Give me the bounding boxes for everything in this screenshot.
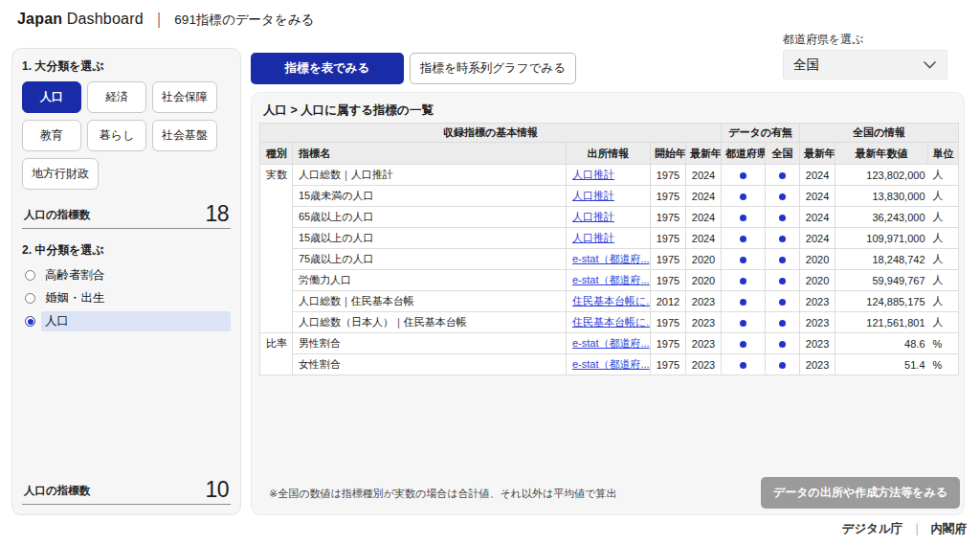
col-header-start-year: 開始年	[651, 143, 686, 165]
category-button-地方行財政[interactable]: 地方行財政	[22, 158, 99, 190]
prefecture-availability-cell	[722, 228, 766, 249]
source-link[interactable]: e-stat（都道府...	[572, 358, 650, 370]
subcategory-label: 婚姻・出生	[41, 288, 231, 308]
latest-value-cell: 121,561,801	[835, 312, 928, 333]
prefecture-selector-label: 都道府県を選ぶ	[783, 32, 864, 48]
brand-name-regular: Dashboard	[67, 11, 144, 27]
national-latest-year-cell: 2023	[800, 312, 835, 333]
credit-separator: ｜	[911, 522, 923, 535]
data-available-dot	[779, 193, 786, 200]
national-availability-cell	[766, 312, 800, 333]
unit-cell: 人	[928, 312, 959, 333]
latest-year-cell: 2023	[686, 312, 722, 333]
source-cell: 人口推計	[567, 228, 651, 249]
table-row: 人口総数（日本人）｜住民基本台帳住民基本台帳に...19752023202312…	[260, 312, 959, 333]
prefecture-availability-cell	[722, 333, 766, 354]
source-cell: 人口推計	[567, 186, 651, 207]
radio-icon	[25, 270, 35, 281]
col-header-national-latest-year: 最新年	[800, 143, 835, 165]
indicator-name-cell: 女性割合	[293, 354, 567, 375]
major-category-buttons: 人口経済社会保障教育暮らし社会基盤地方行財政	[22, 81, 231, 190]
data-available-dot	[779, 320, 786, 327]
footer-credits: デジタル庁 ｜ 内閣府	[842, 521, 967, 537]
category-button-社会基盤[interactable]: 社会基盤	[152, 120, 217, 151]
national-latest-year-cell: 2024	[800, 207, 835, 228]
unit-cell: 人	[928, 228, 959, 249]
tab-timeseries-view[interactable]: 指標を時系列グラフでみる	[410, 53, 576, 84]
latest-value-cell: 51.4	[835, 354, 928, 375]
national-availability-cell	[766, 291, 800, 312]
source-link[interactable]: e-stat（都道府...	[572, 253, 650, 264]
category-button-教育[interactable]: 教育	[22, 120, 81, 151]
unit-cell: 人	[928, 270, 959, 291]
source-link[interactable]: 人口推計	[572, 169, 614, 180]
latest-year-cell: 2020	[686, 249, 722, 270]
source-link[interactable]: 住民基本台帳に...	[572, 316, 651, 328]
data-source-button[interactable]: データの出所や作成方法等をみる	[761, 477, 960, 509]
start-year-cell: 1975	[651, 354, 686, 375]
category-button-暮らし[interactable]: 暮らし	[87, 120, 146, 151]
source-cell: 人口推計	[567, 165, 651, 186]
table-row: 労働力人口e-stat（都道府...19752020202059,949,767…	[260, 270, 959, 291]
count-label: 人口の指標数	[24, 484, 90, 501]
latest-value-cell: 124,885,175	[835, 291, 928, 312]
major-category-section-label: 1. 大分類を選ぶ	[22, 58, 231, 75]
data-available-dot	[740, 172, 746, 179]
data-available-dot	[779, 172, 786, 179]
national-latest-year-cell: 2024	[800, 228, 835, 249]
table-body: 実数人口総数｜人口推計人口推計197520242024123,802,000人1…	[260, 165, 959, 375]
latest-year-cell: 2023	[686, 291, 722, 312]
source-cell: e-stat（都道府...	[567, 333, 651, 354]
prefecture-select[interactable]: 全国	[783, 50, 947, 79]
table-row: 15歳以上の人口人口推計197520242024109,971,000人	[260, 228, 959, 249]
source-link[interactable]: e-stat（都道府...	[572, 337, 650, 349]
data-available-dot	[740, 257, 746, 263]
indicator-table: 収録指標の基本情報 データの有無 全国の情報 種別 指標名 出所情報 開始年 最…	[259, 123, 959, 375]
major-category-count: 人口の指標数 18	[22, 203, 231, 229]
tab-table-view[interactable]: 指標を表でみる	[251, 53, 404, 84]
data-available-dot	[779, 341, 786, 348]
latest-year-cell: 2020	[686, 270, 722, 291]
start-year-cell: 1975	[651, 312, 686, 333]
prefecture-availability-cell	[722, 165, 766, 186]
data-available-dot	[779, 257, 786, 263]
subcategory-radio-人口[interactable]: 人口	[22, 311, 231, 331]
category-button-経済[interactable]: 経済	[87, 81, 146, 113]
subcategory-radio-高齢者割合[interactable]: 高齢者割合	[22, 265, 231, 285]
credit-cabinet-office: 内閣府	[931, 522, 968, 535]
data-available-dot	[740, 362, 746, 369]
source-link[interactable]: 人口推計	[572, 232, 614, 243]
col-header-prefecture: 都道府県	[722, 143, 766, 165]
prefecture-selected-value: 全国	[793, 57, 819, 74]
national-availability-cell	[766, 354, 800, 375]
start-year-cell: 1975	[651, 270, 686, 291]
subcategory-radio-婚姻・出生[interactable]: 婚姻・出生	[22, 288, 231, 308]
indicator-name-cell: 75歳以上の人口	[293, 249, 567, 270]
category-button-社会保障[interactable]: 社会保障	[152, 81, 217, 113]
table-row: 15歳未満の人口人口推計19752024202413,830,000人	[260, 186, 959, 207]
chevron-down-icon	[923, 60, 937, 69]
table-footnote: ※全国の数値は指標種別が実数の場合は合計値、それ以外は平均値で算出	[269, 487, 617, 501]
radio-icon	[25, 293, 35, 304]
latest-year-cell: 2023	[686, 354, 722, 375]
main-panel: 人口 > 人口に属する指標の一覧 収録指標の基本情報 データの有無 全国の情報 …	[251, 92, 965, 515]
data-available-dot	[740, 236, 746, 242]
unit-cell: 人	[928, 249, 959, 270]
col-header-latest-value: 最新年数値	[835, 143, 928, 165]
credit-digital-agency: デジタル庁	[842, 522, 903, 535]
national-latest-year-cell: 2023	[800, 291, 835, 312]
data-available-dot	[740, 193, 746, 200]
data-available-dot	[740, 341, 746, 348]
data-available-dot	[779, 215, 786, 221]
national-availability-cell	[766, 333, 800, 354]
source-link[interactable]: 人口推計	[572, 190, 614, 201]
national-availability-cell	[766, 207, 800, 228]
source-link[interactable]: e-stat（都道府...	[572, 274, 650, 285]
category-button-人口[interactable]: 人口	[22, 81, 81, 113]
source-link[interactable]: 人口推計	[572, 211, 614, 222]
source-link[interactable]: 住民基本台帳に...	[572, 295, 651, 307]
latest-value-cell: 13,830,000	[835, 186, 928, 207]
data-available-dot	[740, 215, 746, 221]
subcategory-label: 人口	[41, 311, 231, 331]
group-header-basic-info: 収録指標の基本情報	[260, 124, 722, 143]
